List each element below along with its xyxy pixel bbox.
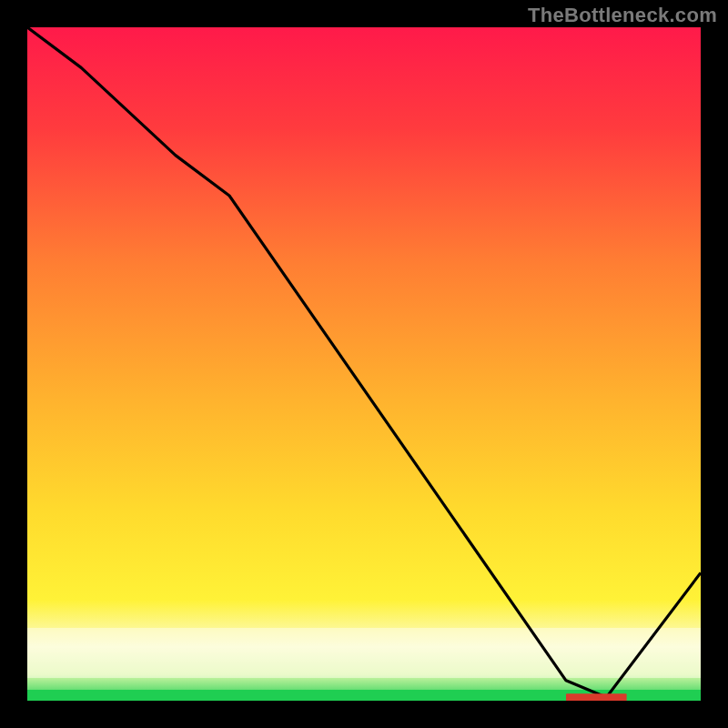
gradient-background bbox=[27, 27, 701, 701]
svg-rect-0 bbox=[566, 693, 627, 701]
pale-band bbox=[27, 628, 701, 678]
watermark-text: TheBottleneck.com bbox=[528, 4, 717, 27]
chart-frame: TheBottleneck.com bbox=[0, 0, 728, 728]
optimum-marker bbox=[566, 693, 627, 701]
plot-area bbox=[27, 27, 701, 701]
plot-svg bbox=[27, 27, 701, 701]
